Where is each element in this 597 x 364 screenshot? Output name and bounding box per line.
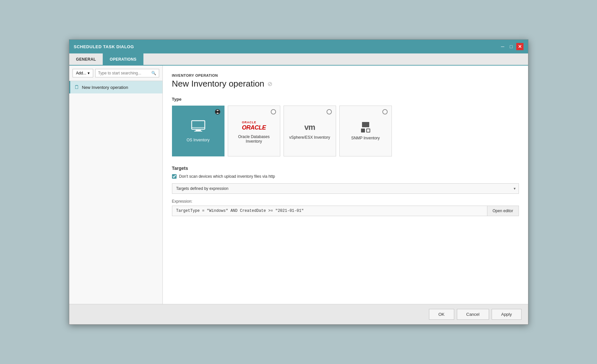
oracle-icon: oraCLE ORACLE [242, 119, 266, 131]
radio-oracle [271, 109, 276, 114]
title-bar-controls: ─ □ ✕ [499, 43, 523, 50]
expression-row: Open editor [172, 206, 519, 216]
sidebar: Add... ▾ 🔍 🗒 New Inventory operation [69, 66, 163, 304]
footer: OK Cancel Apply [69, 304, 528, 324]
radio-vsphere [327, 109, 332, 114]
expression-input[interactable] [172, 206, 487, 216]
svg-rect-1 [196, 130, 201, 131]
tab-operations[interactable]: OPERATIONS [103, 53, 143, 65]
type-card-os[interactable]: OS Inventory [172, 106, 224, 156]
tab-bar: GENERAL OPERATIONS [69, 53, 528, 66]
targets-section: Targets Don't scan devices which upload … [172, 166, 519, 216]
sidebar-toolbar: Add... ▾ 🔍 [69, 66, 162, 81]
open-editor-button[interactable]: Open editor [487, 206, 519, 216]
targets-title: Targets [172, 166, 519, 171]
edit-icon[interactable]: ⊘ [267, 80, 272, 88]
inventory-icon: 🗒 [74, 84, 79, 90]
card-label-os: OS Inventory [186, 138, 209, 142]
type-label: Type [172, 97, 519, 102]
svg-rect-0 [192, 121, 205, 129]
content-area: Add... ▾ 🔍 🗒 New Inventory operation INV… [69, 66, 528, 304]
minimize-button[interactable]: ─ [499, 43, 506, 50]
dialog-title: SCHEDULED TASK DIALOG [74, 44, 134, 49]
section-title: New Inventory operation ⊘ [172, 79, 519, 89]
maximize-button[interactable]: □ [508, 43, 515, 50]
expression-label: Expression: [172, 199, 519, 204]
sidebar-item-label: New Inventory operation [82, 85, 128, 90]
ok-button[interactable]: OK [429, 309, 454, 320]
svg-rect-2 [194, 131, 202, 131]
dont-scan-label: Don't scan devices which upload inventor… [179, 174, 275, 179]
type-card-snmp[interactable]: SNMP Inventory [339, 106, 392, 156]
cancel-button[interactable]: Cancel [457, 309, 489, 320]
card-label-vsphere: vSphere/ESX Inventory [289, 135, 330, 140]
snmp-icon [361, 122, 370, 132]
targets-dropdown[interactable]: Targets defined by expression All device… [172, 183, 519, 194]
vm-icon: vm [304, 123, 315, 132]
main-panel: INVENTORY OPERATION New Inventory operat… [163, 66, 528, 304]
section-label: INVENTORY OPERATION [172, 73, 519, 77]
title-bar: SCHEDULED TASK DIALOG ─ □ ✕ [69, 40, 528, 53]
type-card-oracle[interactable]: oraCLE ORACLE Oracle Databases Inventory [228, 106, 280, 156]
card-label-snmp: SNMP Inventory [351, 136, 380, 140]
dropdown-row: Targets defined by expression All device… [172, 183, 519, 194]
chevron-down-icon: ▾ [88, 71, 90, 75]
monitor-icon [191, 120, 205, 134]
expression-section: Expression: Open editor [172, 199, 519, 216]
card-label-oracle: Oracle Databases Inventory [231, 134, 277, 144]
close-button[interactable]: ✕ [516, 43, 523, 50]
radio-snmp [382, 109, 388, 114]
search-box: 🔍 [95, 69, 159, 77]
dropdown-wrapper: Targets defined by expression All device… [172, 183, 519, 194]
checkbox-row: Don't scan devices which upload inventor… [172, 174, 519, 179]
dont-scan-checkbox[interactable] [172, 174, 177, 179]
type-card-vsphere[interactable]: vm vSphere/ESX Inventory [284, 106, 336, 156]
search-icon: 🔍 [151, 71, 156, 75]
sidebar-item-new-inventory[interactable]: 🗒 New Inventory operation [69, 81, 162, 93]
type-cards: OS Inventory oraCLE ORACLE Oracle Databa… [172, 106, 519, 156]
add-button[interactable]: Add... ▾ [73, 69, 93, 77]
tab-general[interactable]: GENERAL [69, 53, 103, 65]
radio-os [215, 109, 220, 114]
scheduled-task-dialog: SCHEDULED TASK DIALOG ─ □ ✕ GENERAL OPER… [69, 39, 528, 325]
search-input[interactable] [98, 71, 149, 75]
apply-button[interactable]: Apply [492, 309, 522, 320]
